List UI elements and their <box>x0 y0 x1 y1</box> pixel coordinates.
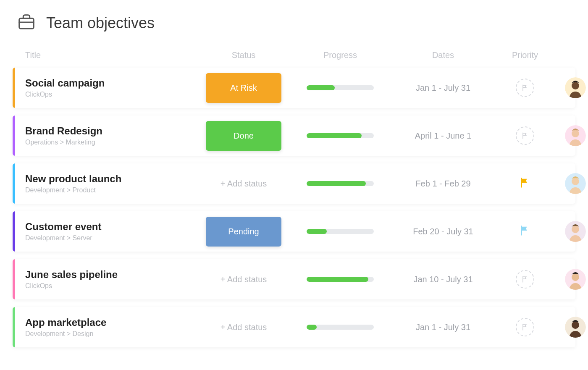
status-badge[interactable]: Pending <box>206 217 281 247</box>
objective-row[interactable]: June sales pipelineClickOps+ Add statusJ… <box>13 259 575 299</box>
progress-fill <box>307 229 327 234</box>
col-status: Status <box>202 50 286 60</box>
dates-cell[interactable]: Jan 10 - July 31 <box>395 275 491 284</box>
col-title: Title <box>25 50 193 60</box>
svg-point-8 <box>572 226 579 233</box>
progress-bar <box>307 325 374 330</box>
title-cell[interactable]: New product launchDevelopment > Product <box>25 173 193 194</box>
dates-cell[interactable]: Jan 1 - July 31 <box>395 323 491 332</box>
add-status-button[interactable]: + Add status <box>220 275 267 284</box>
progress-bar <box>307 133 374 138</box>
objective-title: Customer event <box>25 221 193 233</box>
progress-fill <box>307 325 317 330</box>
progress-cell[interactable] <box>294 181 386 186</box>
assignee-cell[interactable] <box>559 173 588 194</box>
progress-cell[interactable] <box>294 277 386 282</box>
objective-title: June sales pipeline <box>25 269 193 281</box>
progress-fill <box>307 181 366 186</box>
priority-cell[interactable] <box>500 318 550 336</box>
avatar[interactable] <box>565 125 586 146</box>
objective-title: Brand Redesign <box>25 125 193 137</box>
objective-title: Social campaign <box>25 77 193 89</box>
progress-cell[interactable] <box>294 133 386 138</box>
status-cell[interactable]: Done <box>202 121 286 151</box>
briefcase-icon <box>17 13 36 34</box>
progress-fill <box>307 133 362 138</box>
objective-subtitle: ClickOps <box>25 91 193 98</box>
columns-header: Title Status Progress Dates Priority <box>13 50 575 68</box>
svg-point-10 <box>572 273 579 281</box>
progress-bar <box>307 277 374 282</box>
assignee-cell[interactable] <box>559 125 588 146</box>
objective-row[interactable]: Customer eventDevelopment > ServerPendin… <box>13 211 575 252</box>
priority-flag-icon[interactable] <box>519 225 531 238</box>
title-cell[interactable]: Social campaignClickOps <box>25 77 193 98</box>
progress-fill <box>307 277 368 282</box>
title-cell[interactable]: Customer eventDevelopment > Server <box>25 221 193 242</box>
avatar[interactable] <box>565 77 586 98</box>
add-status-button[interactable]: + Add status <box>220 323 267 332</box>
avatar[interactable] <box>565 173 586 194</box>
dates-cell[interactable]: Feb 1 - Feb 29 <box>395 179 491 189</box>
avatar[interactable] <box>565 221 586 242</box>
status-cell[interactable]: + Add status <box>202 179 286 189</box>
objective-list: Social campaignClickOpsAt RiskJan 1 - Ju… <box>13 68 575 347</box>
progress-bar <box>307 229 374 234</box>
assignee-cell[interactable] <box>559 269 588 290</box>
svg-point-2 <box>572 82 579 89</box>
avatar[interactable] <box>565 269 586 290</box>
assignee-cell[interactable] <box>559 77 588 98</box>
priority-cell[interactable] <box>500 126 550 145</box>
objective-title: New product launch <box>25 173 193 185</box>
priority-empty-icon[interactable] <box>516 318 534 336</box>
svg-rect-0 <box>19 18 34 29</box>
priority-cell[interactable] <box>500 177 550 190</box>
priority-empty-icon[interactable] <box>516 79 534 97</box>
page-title: Team objectives <box>46 14 155 32</box>
progress-cell[interactable] <box>294 325 386 330</box>
status-badge[interactable]: At Risk <box>206 73 281 103</box>
status-cell[interactable]: + Add status <box>202 275 286 284</box>
progress-cell[interactable] <box>294 85 386 90</box>
priority-cell[interactable] <box>500 270 550 289</box>
status-cell[interactable]: Pending <box>202 217 286 247</box>
objective-row[interactable]: Brand RedesignOperations > MarketingDone… <box>13 115 575 156</box>
col-priority: Priority <box>500 50 550 60</box>
dates-cell[interactable]: Jan 1 - July 31 <box>395 83 491 93</box>
priority-flag-icon[interactable] <box>519 177 531 190</box>
title-cell[interactable]: Brand RedesignOperations > Marketing <box>25 125 193 146</box>
title-cell[interactable]: App marketplaceDevelopment > Design <box>25 317 193 338</box>
svg-point-4 <box>572 130 579 137</box>
status-cell[interactable]: At Risk <box>202 73 286 103</box>
col-dates: Dates <box>395 50 491 60</box>
priority-cell[interactable] <box>500 225 550 238</box>
priority-empty-icon[interactable] <box>516 126 534 145</box>
status-badge[interactable]: Done <box>206 121 281 151</box>
status-cell[interactable]: + Add status <box>202 323 286 332</box>
svg-point-12 <box>572 321 579 329</box>
assignee-cell[interactable] <box>559 317 588 338</box>
objective-row[interactable]: New product launchDevelopment > Product+… <box>13 163 575 204</box>
progress-cell[interactable] <box>294 229 386 234</box>
assignee-cell[interactable] <box>559 221 588 242</box>
objective-subtitle: Development > Design <box>25 330 193 338</box>
progress-bar <box>307 181 374 186</box>
objective-subtitle: ClickOps <box>25 282 193 290</box>
objective-row[interactable]: App marketplaceDevelopment > Design+ Add… <box>13 307 575 347</box>
title-cell[interactable]: June sales pipelineClickOps <box>25 269 193 290</box>
progress-bar <box>307 85 374 90</box>
svg-point-6 <box>572 178 579 185</box>
objective-row[interactable]: Social campaignClickOpsAt RiskJan 1 - Ju… <box>13 68 575 108</box>
add-status-button[interactable]: + Add status <box>220 179 267 189</box>
page-header: Team objectives <box>13 13 575 34</box>
objective-subtitle: Operations > Marketing <box>25 139 193 146</box>
objective-subtitle: Development > Server <box>25 234 193 242</box>
progress-fill <box>307 85 335 90</box>
priority-cell[interactable] <box>500 79 550 97</box>
objective-title: App marketplace <box>25 317 193 328</box>
priority-empty-icon[interactable] <box>516 270 534 289</box>
dates-cell[interactable]: April 1 - June 1 <box>395 131 491 141</box>
dates-cell[interactable]: Feb 20 - July 31 <box>395 227 491 236</box>
objective-subtitle: Development > Product <box>25 186 193 194</box>
avatar[interactable] <box>565 317 586 338</box>
